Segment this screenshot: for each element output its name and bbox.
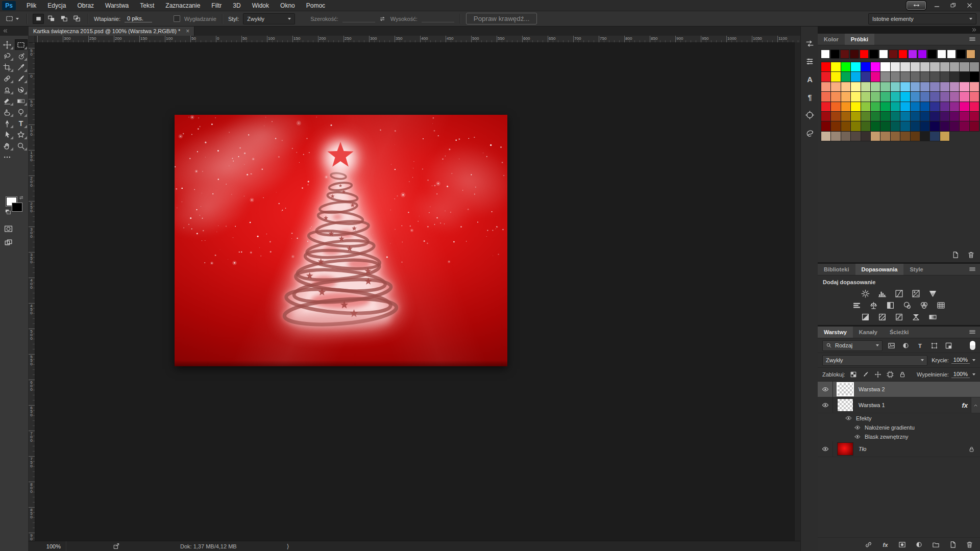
workspace-switcher[interactable]: Istotne elementy	[868, 13, 976, 24]
color-swatch[interactable]	[861, 62, 870, 71]
color-swatch[interactable]	[950, 102, 959, 111]
color-swatch[interactable]	[821, 112, 830, 121]
color-swatch[interactable]	[900, 102, 910, 111]
exposure-adjustment-button[interactable]	[911, 289, 921, 298]
color-swatch[interactable]	[831, 92, 840, 101]
filter-image-button[interactable]	[887, 341, 896, 350]
eye-icon[interactable]	[845, 415, 852, 421]
refine-edge-button[interactable]: Popraw krawędź...	[466, 13, 537, 24]
color-swatch[interactable]	[891, 92, 900, 101]
delete-swatch-icon[interactable]	[967, 251, 975, 259]
menu-obraz[interactable]: Obraz	[71, 1, 100, 11]
color-swatch[interactable]	[920, 132, 929, 141]
recent-swatch[interactable]	[928, 50, 936, 58]
color-swatch[interactable]	[841, 121, 850, 131]
color-swatch[interactable]	[900, 82, 910, 91]
close-button[interactable]	[964, 2, 975, 9]
recent-swatch[interactable]	[870, 50, 878, 58]
adjustment-layer-button[interactable]	[914, 540, 923, 549]
clone-source-panel-button[interactable]	[804, 110, 815, 120]
color-swatch[interactable]	[861, 92, 870, 101]
color-swatch[interactable]	[861, 121, 870, 131]
eye-icon[interactable]	[854, 434, 861, 440]
recent-swatch[interactable]	[860, 50, 868, 58]
vibrance-adjustment-button[interactable]	[928, 289, 938, 298]
color-swatch[interactable]	[920, 112, 929, 121]
adjustments-tab-biblioteki[interactable]: Biblioteki	[818, 264, 855, 275]
filter-shape-button[interactable]	[929, 341, 939, 350]
layer-row-warstwa-2[interactable]: Warstwa 2	[818, 382, 980, 397]
layer-style-button[interactable]: fx	[880, 540, 890, 549]
height-input[interactable]	[422, 15, 454, 22]
recent-swatch[interactable]	[879, 50, 888, 58]
color-swatch[interactable]	[911, 92, 920, 101]
color-swatch[interactable]	[940, 112, 949, 121]
color-swatch[interactable]	[880, 72, 890, 81]
color-swatch[interactable]	[831, 132, 840, 141]
color-swatch[interactable]	[930, 62, 939, 71]
color-swatch[interactable]	[960, 62, 969, 71]
status-options-chevron[interactable]: ⟩	[287, 543, 289, 550]
default-colors-icon[interactable]	[5, 209, 10, 214]
color-swatch[interactable]	[861, 82, 870, 91]
color-swatch[interactable]	[911, 121, 920, 131]
color-swatch[interactable]	[950, 72, 959, 81]
color-swatch[interactable]	[861, 72, 870, 81]
color-swatch[interactable]	[861, 112, 870, 121]
color-swatch[interactable]	[891, 112, 900, 121]
color-swatch[interactable]	[960, 72, 969, 81]
properties-panel-button[interactable]	[804, 56, 815, 66]
color-swatch[interactable]	[841, 62, 850, 71]
color-swatch[interactable]	[891, 132, 900, 141]
menu-widok[interactable]: Widok	[247, 1, 275, 11]
posterize-adjustment-button[interactable]	[877, 312, 887, 321]
color-swatch[interactable]	[940, 92, 949, 101]
color-swatch[interactable]	[891, 72, 900, 81]
color-swatch[interactable]	[851, 82, 860, 91]
color-swatch[interactable]	[821, 132, 830, 141]
recent-swatch[interactable]	[957, 50, 965, 58]
color-swatch[interactable]	[960, 121, 969, 131]
color-swatch[interactable]	[821, 82, 830, 91]
minimize-button[interactable]	[931, 2, 942, 9]
color-swatch[interactable]	[871, 112, 880, 121]
type-tool[interactable]: T	[15, 118, 28, 129]
visibility-eye-icon[interactable]	[818, 397, 833, 413]
color-swatch[interactable]	[880, 92, 890, 101]
color-swatch[interactable]	[880, 102, 890, 111]
vertical-ruler[interactable]: 5 005 01 0 01 5 02 0 02 5 03 0 03 5 04 0…	[28, 42, 35, 541]
swap-colors-icon[interactable]	[19, 195, 24, 201]
color-swatch[interactable]	[831, 82, 840, 91]
color-swatch[interactable]	[911, 112, 920, 121]
color-swatch[interactable]	[831, 72, 840, 81]
layer-name[interactable]: Tło	[859, 446, 866, 452]
quick-mask-icon[interactable]	[4, 224, 13, 233]
layer-row-warstwa-1[interactable]: Warstwa 1fx	[818, 397, 980, 413]
lock-all-button[interactable]	[898, 370, 907, 379]
layer-thumbnail[interactable]	[838, 399, 853, 411]
layer-fx-badge[interactable]: fx	[962, 402, 968, 409]
color-swatch[interactable]	[940, 82, 949, 91]
recent-swatch[interactable]	[841, 50, 849, 58]
color-swatch[interactable]	[851, 92, 860, 101]
color-swatch[interactable]	[880, 62, 890, 71]
tool-preset-picker[interactable]	[4, 14, 21, 23]
menu-plik[interactable]: Plik	[21, 1, 42, 11]
recent-swatch[interactable]	[821, 50, 829, 58]
color-swatch[interactable]	[911, 72, 920, 81]
color-swatch[interactable]	[970, 102, 979, 111]
color-swatch[interactable]	[940, 102, 949, 111]
threshold-adjustment-button[interactable]	[894, 312, 904, 321]
color-swatch[interactable]	[900, 72, 910, 81]
recent-swatch[interactable]	[850, 50, 859, 58]
history-panel-button[interactable]	[804, 38, 815, 48]
eyedropper-tool[interactable]	[15, 62, 28, 72]
color-lookup-adjustment-button[interactable]	[936, 300, 946, 310]
background-color-swatch[interactable]	[12, 203, 22, 212]
color-swatch[interactable]	[871, 132, 880, 141]
color-swatch[interactable]	[831, 62, 840, 71]
color-swatch[interactable]	[891, 82, 900, 91]
color-swatch[interactable]	[841, 102, 850, 111]
color-swatch[interactable]	[930, 121, 939, 131]
collapse-left-icon[interactable]	[3, 28, 8, 34]
